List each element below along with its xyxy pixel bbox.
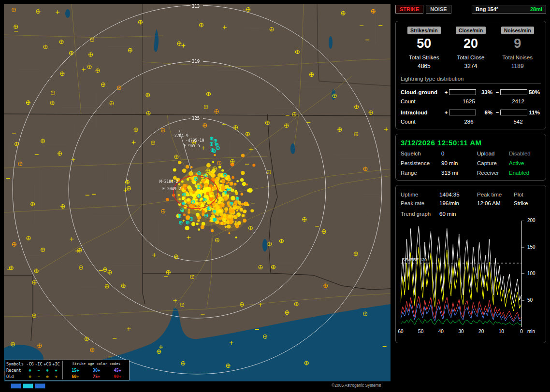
noise-button[interactable]: NOISE <box>426 5 451 14</box>
signal-cell <box>35 383 45 389</box>
receiver-state: Enabled <box>509 170 541 176</box>
stats-panel: STRIKE NOISE Bng 154° 28mi Strikes/min 5… <box>395 5 546 343</box>
total-close-label: Total Close <box>448 55 494 60</box>
svg-text:F-965-5: F-965-5 <box>184 144 200 148</box>
total-close-value: 3274 <box>448 63 494 70</box>
svg-text:-2704-9: -2704-9 <box>172 134 188 138</box>
trend-ytick: 100 <box>527 271 542 276</box>
total-noises-value: 1189 <box>494 63 541 70</box>
legend-symbol: + <box>52 368 60 373</box>
strike-button[interactable]: STRIKE <box>395 5 423 14</box>
svg-text:219: 219 <box>192 59 200 64</box>
upload-state: Disabled <box>509 151 541 156</box>
legend-age-code: 90+ <box>114 374 121 379</box>
strikes-per-min-column: Strikes/min 50 Total Strikes 4865 <box>401 26 448 70</box>
svg-text:313: 313 <box>192 4 200 9</box>
legend-age-header: Strike age color codes <box>65 362 128 366</box>
legend-symbol: ⊖ <box>26 374 34 379</box>
svg-text:E-2049-2: E-2049-2 <box>162 187 181 191</box>
status-row: Squelch 0 Upload Disabled <box>401 151 541 156</box>
uptime-row: Uptime 1404:35 Peak time Plot <box>401 191 541 198</box>
svg-text:M-2184-2: M-2184-2 <box>159 180 178 184</box>
intracloud-count-row: Count 286 542 <box>401 119 541 125</box>
bearing-label: Bng 154° <box>476 6 498 12</box>
legend-symbol: ⊕ <box>43 374 52 379</box>
session-section: Uptime 1404:35 Peak time Plot Peak rate … <box>395 185 546 343</box>
legend-symbol: − <box>34 368 43 373</box>
cg-minus-bar <box>500 89 527 95</box>
cg-plus-bar <box>449 89 476 95</box>
noises-per-min-chip: Noises/min <box>501 27 534 34</box>
trend-ytick: 150 <box>527 244 542 250</box>
severe-threshold-label: SEVERE 120 <box>402 257 427 262</box>
legend-symbol: − <box>34 374 43 379</box>
map-legend: Symbols -CG -IC +CG +IC Strike age color… <box>5 360 130 380</box>
status-row: Range 313 mi Receiver Enabled <box>401 170 541 176</box>
close-per-min-column: Close/min 20 Total Close 3274 <box>448 26 494 70</box>
legend-age-code: 60+ <box>72 374 79 379</box>
trend-xtick: 50 <box>416 329 426 334</box>
noises-per-min-column: Noises/min 9 Total Noises 1189 <box>494 26 541 70</box>
ic-minus-bar <box>500 110 527 115</box>
trend-xtick: 40 <box>436 329 446 334</box>
datetime-display: 3/12/2026 12:50:11 AM <box>401 139 541 147</box>
trend-xtick: 0 <box>517 329 526 334</box>
noises-per-min-value: 9 <box>494 37 541 50</box>
strikes-per-min-chip: Strikes/min <box>407 27 441 34</box>
trend-xtick: 60 <box>396 329 405 334</box>
capture-state: Active <box>509 160 541 166</box>
legend-symbol: ⊖ <box>26 368 34 373</box>
status-section: 3/12/2026 12:50:11 AM Squelch 0 Upload D… <box>395 134 546 181</box>
intracloud-row: Intracloud + 6% − 11% <box>401 110 541 115</box>
strikes-per-min-value: 50 <box>401 37 448 50</box>
bearing-distance: 28mi <box>530 6 542 12</box>
trend-xtick: 30 <box>456 329 466 334</box>
legend-old-label: Old <box>6 374 26 379</box>
total-strikes-value: 4865 <box>401 63 448 70</box>
trend-xtick: 10 <box>496 329 506 334</box>
svg-text:-4705-19: -4705-19 <box>186 139 204 143</box>
peak-rate-row: Peak rate 196/min 12:06 AM Strike <box>401 199 541 207</box>
legend-recent-label: Recent <box>6 368 26 373</box>
rates-section: Strikes/min 50 Total Strikes 4865 Close/… <box>395 21 546 129</box>
trend-ytick: 50 <box>527 297 542 303</box>
trend-graph-row: Trend graph 60 min <box>401 211 541 217</box>
cloud-ground-count-row: Count 1625 2412 <box>401 98 541 104</box>
distribution-title: Lightning type distribution <box>401 76 541 84</box>
trend-graph: SEVERE 120 20015010050 6050403020100min <box>401 221 542 338</box>
stormvue-window: 313 219 125 -2704-9 -4705-19 F-965-5 M-2… <box>0 0 550 392</box>
trend-x-axis: 6050403020100min <box>401 329 542 336</box>
ic-plus-bar <box>449 110 476 115</box>
legend-symbol: + <box>52 374 60 379</box>
signal-cell <box>23 383 33 389</box>
trend-x-unit: min <box>527 329 535 334</box>
total-noises-label: Total Noises <box>494 55 541 60</box>
status-row: Persistence 90 min Capture Active <box>401 160 541 166</box>
map-canvas[interactable]: 313 219 125 -2704-9 -4705-19 F-965-5 M-2… <box>4 4 391 381</box>
signal-cell <box>11 383 21 389</box>
legend-age-code: 30+ <box>93 368 100 373</box>
copyright: ©2005 Astrogenic Systems <box>332 383 381 388</box>
trend-xtick: 20 <box>477 329 486 334</box>
legend-age-code: 75+ <box>93 374 100 379</box>
cloud-ground-row: Cloud-ground + 33% − 50% <box>401 89 541 95</box>
legend-age-code: 15+ <box>72 368 79 373</box>
legend-symbol: ⊕ <box>43 368 52 373</box>
trend-ytick: 200 <box>527 218 542 223</box>
svg-text:125: 125 <box>192 116 200 121</box>
total-strikes-label: Total Strikes <box>401 55 448 60</box>
close-per-min-value: 20 <box>448 37 494 50</box>
close-per-min-chip: Close/min <box>456 27 486 34</box>
legend-age-code: 45+ <box>114 368 121 373</box>
bearing-readout: Bng 154° 28mi <box>472 5 546 14</box>
legend-symbols-header: Symbols <box>6 362 26 366</box>
signal-strip <box>11 383 45 389</box>
panel-toolbar: STRIKE NOISE Bng 154° 28mi <box>395 5 546 14</box>
